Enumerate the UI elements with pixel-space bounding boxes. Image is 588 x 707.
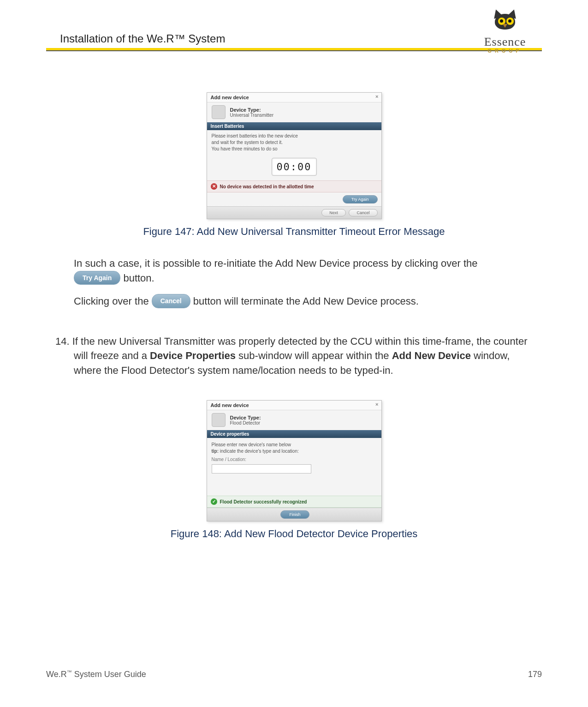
device-icon <box>212 413 226 427</box>
step-bold: Device Properties <box>150 350 236 361</box>
tip-text: indicate the device's type and location: <box>219 449 299 454</box>
instr-line: Please enter new device's name below <box>212 442 377 448</box>
dialog-title: Add new device <box>211 402 249 408</box>
instr-line: Please insert batteries into the new dev… <box>212 133 377 139</box>
para-text: In such a case, it is possible to re-ini… <box>74 258 478 269</box>
step-bold: Add New Device <box>392 350 471 361</box>
name-location-input[interactable] <box>212 464 312 473</box>
step-bar: Insert Batteries <box>207 122 381 130</box>
success-text: Flood Detector successfully recognized <box>220 499 307 504</box>
step-text: sub-window will appear within the <box>238 350 392 361</box>
device-type-label: Device Type: <box>230 415 261 420</box>
finish-button[interactable]: Finish <box>280 510 309 519</box>
cancel-pill: Cancel <box>152 294 190 308</box>
figure-148-dialog: Add new device × Device Type: Flood Dete… <box>207 400 382 521</box>
instr-line: You have three minutes to do so <box>212 146 377 152</box>
figure-147-caption: Figure 147: Add New Universal Transmitte… <box>46 226 542 238</box>
close-icon[interactable]: × <box>375 401 378 407</box>
instr-line: and wait for the system to detect it. <box>212 139 377 146</box>
page-number: 179 <box>528 670 542 679</box>
footer-guide-title: We.R™ System User Guide <box>46 669 146 679</box>
device-type-value: Flood Detector <box>230 420 261 425</box>
figure-147-dialog: Add new device × Device Type: Universal … <box>207 92 382 219</box>
success-icon: ✓ <box>211 498 217 505</box>
brand-logo: Essence GROUP <box>468 8 542 54</box>
logo-group: GROUP <box>468 48 542 54</box>
device-type-label: Device Type: <box>230 107 273 113</box>
try-again-pill: Try Again <box>74 271 120 285</box>
cancel-button[interactable]: Cancel <box>349 209 377 216</box>
name-location-label: Name / Location: <box>212 456 377 463</box>
step-number: 14. <box>55 336 70 347</box>
figure-148-caption: Figure 148: Add New Flood Detector Devic… <box>46 528 542 540</box>
para-text: button will terminate the Add New Device… <box>193 295 419 307</box>
header-rule <box>46 48 542 51</box>
section-title: Installation of the We.R™ System <box>60 32 225 45</box>
step-bar: Device properties <box>207 430 381 438</box>
logo-text: Essence <box>468 35 542 49</box>
error-icon: ✕ <box>211 183 217 190</box>
alert-text: No device was detected in the allotted t… <box>220 184 314 189</box>
owl-icon <box>488 8 522 34</box>
device-icon <box>212 105 226 119</box>
tip-label: tip: <box>212 449 219 454</box>
para-text: button. <box>123 272 154 284</box>
close-icon[interactable]: × <box>375 94 378 99</box>
countdown-timer: 00:00 <box>272 158 317 176</box>
next-button[interactable]: Next <box>321 209 346 216</box>
dialog-title: Add new device <box>211 95 249 100</box>
device-type-value: Universal Transmitter <box>230 113 273 118</box>
para-text: Clicking over the <box>74 295 152 307</box>
try-again-button[interactable]: Try Again <box>343 195 378 204</box>
